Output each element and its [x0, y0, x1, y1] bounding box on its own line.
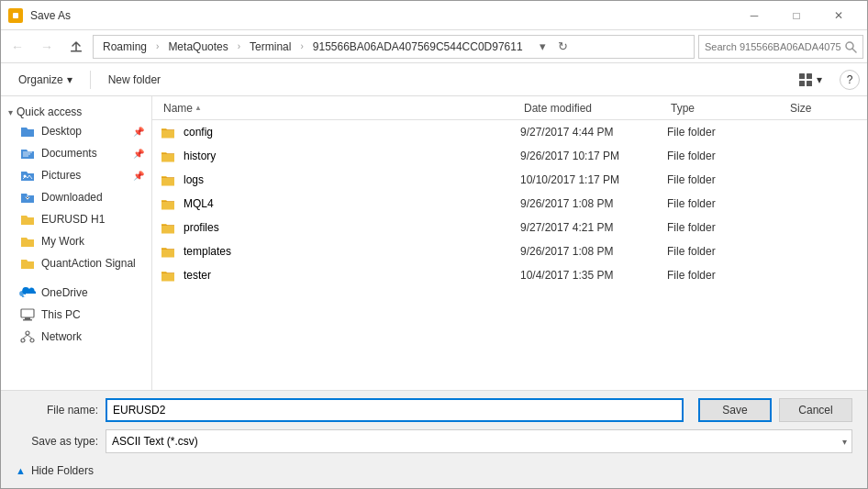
hide-folders-chevron-icon: ▲: [16, 465, 26, 476]
sidebar-item-downloaded[interactable]: Downloaded: [1, 186, 151, 208]
svg-rect-1: [13, 13, 18, 18]
file-type: File folder: [667, 150, 786, 162]
toolbar-separator: [90, 71, 91, 89]
file-name: MQL4: [184, 197, 520, 210]
crumb-roaming[interactable]: Roaming: [99, 39, 150, 54]
hide-folders-row[interactable]: ▲ Hide Folders: [16, 461, 852, 481]
file-type: File folder: [667, 126, 786, 139]
file-list-header: Name ▲ Date modified Type Size: [152, 96, 867, 120]
folder-icon: [160, 219, 176, 236]
window-title: Save As: [30, 9, 71, 22]
filename-label: File name:: [16, 404, 98, 417]
sidebar-mywork-label: My Work: [41, 235, 84, 248]
filename-input[interactable]: [106, 398, 684, 422]
svg-rect-5: [799, 73, 805, 79]
sidebar-item-mywork[interactable]: My Work: [1, 230, 151, 252]
table-row[interactable]: tester 10/4/2017 1:35 PM File folder: [152, 263, 867, 287]
window-icon: [8, 8, 23, 23]
sidebar-item-documents[interactable]: Documents 📌: [1, 142, 151, 164]
sidebar-documents-label: Documents: [41, 147, 97, 160]
file-type: File folder: [667, 245, 786, 258]
table-row[interactable]: logs 10/10/2017 1:17 PM File folder: [152, 168, 867, 192]
col-header-type[interactable]: Type: [667, 100, 786, 117]
view-icon: [798, 72, 813, 87]
pictures-folder-icon: [19, 167, 36, 183]
file-date: 9/27/2017 4:21 PM: [520, 221, 667, 234]
search-input[interactable]: [705, 41, 840, 52]
thispc-icon: [19, 306, 36, 323]
file-name: tester: [184, 269, 520, 282]
onedrive-icon: [19, 284, 36, 301]
new-folder-button[interactable]: New folder: [98, 68, 171, 92]
crumb-terminal[interactable]: Terminal: [246, 39, 295, 54]
back-button[interactable]: ←: [5, 34, 30, 60]
pin-icon-docs: 📌: [133, 149, 144, 159]
pin-icon-pics: 📌: [133, 171, 144, 181]
save-button[interactable]: Save: [698, 398, 772, 422]
file-date: 9/26/2017 1:08 PM: [520, 197, 667, 210]
view-button[interactable]: ▾: [788, 68, 832, 92]
minimize-button[interactable]: ─: [733, 1, 775, 30]
col-header-size[interactable]: Size: [786, 100, 860, 117]
sidebar-eurusdh1-label: EURUSD H1: [41, 213, 105, 226]
network-icon: [19, 328, 36, 345]
sidebar-onedrive-label: OneDrive: [41, 286, 88, 299]
crumb-id[interactable]: 915566BA06ADA407569C544CC0D97611: [309, 39, 527, 54]
help-button[interactable]: ?: [840, 70, 860, 90]
file-area: Name ▲ Date modified Type Size config 9/…: [152, 96, 867, 390]
folder-icon: [160, 243, 176, 260]
filetype-select[interactable]: ASCII Text (*.csv): [106, 429, 852, 453]
address-bar[interactable]: Roaming › MetaQuotes › Terminal › 915566…: [93, 35, 695, 59]
file-type: File folder: [667, 269, 786, 282]
quick-access-header[interactable]: ▾ Quick access: [1, 100, 151, 120]
table-row[interactable]: history 9/26/2017 10:17 PM File folder: [152, 144, 867, 168]
quick-access-chevron-icon: ▾: [8, 107, 13, 117]
svg-rect-7: [799, 81, 805, 86]
forward-button[interactable]: →: [34, 34, 60, 60]
address-refresh-button[interactable]: ↻: [554, 37, 573, 57]
sidebar-item-network[interactable]: Network: [1, 326, 151, 348]
table-row[interactable]: profiles 9/27/2017 4:21 PM File folder: [152, 216, 867, 239]
filename-row: File name: Save Cancel: [16, 398, 852, 422]
table-row[interactable]: templates 9/26/2017 1:08 PM File folder: [152, 239, 867, 263]
sidebar-item-quantaction[interactable]: QuantAction Signal: [1, 252, 151, 274]
svg-line-16: [23, 335, 28, 339]
svg-line-4: [852, 49, 856, 52]
sidebar: ▾ Quick access Desktop 📌 Documents 📌: [1, 96, 152, 390]
address-dropdown-button[interactable]: ▾: [534, 37, 552, 57]
folder-icon: [160, 195, 176, 212]
col-header-name[interactable]: Name ▲: [160, 100, 520, 117]
organize-chevron-icon: ▾: [67, 73, 72, 86]
sidebar-network-label: Network: [41, 330, 82, 343]
eurusd-folder-icon: [19, 211, 36, 228]
sidebar-item-thispc[interactable]: This PC: [1, 304, 151, 326]
sidebar-item-desktop[interactable]: Desktop 📌: [1, 120, 151, 142]
file-date: 9/27/2017 4:44 PM: [520, 126, 667, 139]
file-name: profiles: [184, 221, 520, 234]
col-header-date[interactable]: Date modified: [520, 100, 667, 117]
folder-icon: [160, 172, 176, 188]
cancel-button[interactable]: Cancel: [779, 398, 852, 422]
download-folder-icon: [19, 189, 36, 206]
mywork-folder-icon: [19, 233, 36, 250]
main-area: ▾ Quick access Desktop 📌 Documents 📌: [1, 96, 867, 390]
svg-point-14: [21, 339, 25, 342]
maximize-button[interactable]: □: [775, 1, 818, 30]
search-icon: [844, 40, 857, 53]
svg-rect-2: [71, 50, 82, 52]
organize-button[interactable]: Organize ▾: [8, 68, 83, 92]
up-button[interactable]: [63, 34, 89, 60]
svg-rect-10: [21, 309, 34, 317]
pin-icon: 📌: [133, 127, 144, 137]
file-name: logs: [184, 173, 520, 186]
close-button[interactable]: ✕: [818, 1, 860, 30]
file-date: 10/10/2017 1:17 PM: [520, 173, 667, 186]
table-row[interactable]: config 9/27/2017 4:44 PM File folder: [152, 120, 867, 144]
filetype-select-wrapper: ASCII Text (*.csv) ▾: [106, 429, 852, 453]
sidebar-item-pictures[interactable]: Pictures 📌: [1, 164, 151, 186]
sidebar-item-eurusdh1[interactable]: EURUSD H1: [1, 208, 151, 230]
title-bar: Save As ─ □ ✕: [1, 1, 867, 30]
sidebar-item-onedrive[interactable]: OneDrive: [1, 282, 151, 304]
table-row[interactable]: MQL4 9/26/2017 1:08 PM File folder: [152, 192, 867, 216]
crumb-metaquotes[interactable]: MetaQuotes: [164, 39, 231, 54]
